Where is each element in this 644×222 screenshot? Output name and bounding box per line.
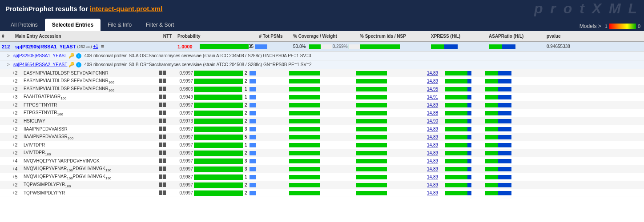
- peptide-xpress-val[interactable]: 14.91: [427, 95, 444, 99]
- peptide-spec-bar: [356, 79, 387, 83]
- models-button[interactable]: Models >: [580, 23, 601, 29]
- peptide-spec-bar: [356, 135, 387, 139]
- peptide-row: +2 FTPGSFTNYITR 0.9997 2 14.89: [0, 101, 644, 109]
- sub-protein-link-2[interactable]: sp|P46654|RSSA2_YEAST: [13, 62, 67, 67]
- peptide-psm-count: 3: [245, 159, 247, 163]
- peptide-spectrum-cell: [356, 95, 427, 99]
- peptide-charge: +2: [12, 182, 24, 187]
- peptide-spec-bar: [356, 151, 387, 155]
- peptide-name: TQPWSIMPDLYFYR: [24, 190, 153, 195]
- peptide-psm-cell: 2: [245, 71, 289, 75]
- peptide-xpress-val[interactable]: 14.89: [427, 127, 444, 131]
- ntt-icon: [159, 174, 166, 179]
- peptide-ntt: [153, 190, 173, 196]
- peptide-ntt: [153, 143, 173, 148]
- peptide-charge: +2: [12, 71, 24, 75]
- peptide-xpress-val[interactable]: 14.89: [427, 103, 444, 107]
- tab-filter-sort[interactable]: Filter & Sort: [139, 19, 181, 31]
- peptide-psm-cell: 2: [245, 119, 289, 123]
- peptide-xpress-bars: [445, 183, 471, 187]
- ntt-icon: [159, 127, 166, 131]
- peptide-asap-bars: [485, 71, 511, 75]
- peptide-charge: +2: [12, 119, 24, 123]
- peptide-asap-cell: [485, 71, 543, 75]
- peptide-xpress-bars: [445, 95, 471, 99]
- peptide-psm-bar: [250, 143, 256, 147]
- peptide-xpress-val[interactable]: 14.89: [427, 151, 444, 155]
- protein-accession-link[interactable]: sp|P32905|RSSA1_YEAST: [15, 44, 76, 49]
- peptide-psm-cell: 3: [245, 159, 289, 163]
- color-bar: [609, 24, 636, 29]
- peptide-coverage-cell: [289, 111, 356, 115]
- peptide-psm-count: 2: [245, 71, 247, 75]
- peptide-asap-bars: [485, 183, 511, 187]
- peptide-xpress-val[interactable]: 14.89: [427, 174, 444, 179]
- protein-row: 212 sp|P32905|RSSA1_YEAST (252 as) +1 ≡ …: [0, 42, 644, 52]
- peptide-ntt: [153, 127, 173, 132]
- peptide-prob-text: 0.9997: [173, 103, 194, 107]
- peptide-spectrum-cell: [356, 175, 427, 179]
- peptide-xpress-cell: 14.91: [427, 95, 485, 99]
- peptide-spec-bar: [356, 71, 387, 75]
- peptide-xpress-val[interactable]: 14.89: [427, 190, 444, 195]
- peptide-coverage-cell: [289, 87, 356, 91]
- peptide-coverage-cell: [289, 127, 356, 131]
- equiv-icon: ≡: [101, 43, 105, 50]
- peptide-xpress-val[interactable]: 14.89: [427, 143, 444, 147]
- plus-count-link[interactable]: +1: [93, 44, 98, 49]
- ntt-icon: [159, 87, 166, 91]
- peptide-prob-text: 0.9987: [173, 174, 194, 179]
- protein-coverage-text: 50.8%: [293, 44, 308, 49]
- peptide-prob-text: 0.9949: [173, 95, 194, 99]
- peptide-xpress-val[interactable]: 14.90: [427, 119, 444, 123]
- color-scale: 1 0: [605, 24, 640, 29]
- peptide-xpress-val[interactable]: 14.89: [427, 182, 444, 187]
- peptide-spectrum-cell: [356, 191, 427, 195]
- peptide-name: NVQVHQEPYVFNAR166PDGVHVINVGK136: [24, 174, 153, 180]
- ntt-icon: [159, 103, 166, 107]
- header-title-prefix: ProteinProphet results for: [5, 5, 90, 12]
- peptide-asap-cell: [485, 95, 543, 99]
- peptide-row: +4 NVQVHQEPYVFNAR166PDGVHVINVGK136 0.999…: [0, 165, 644, 173]
- peptide-xpress-val[interactable]: 14.89: [427, 135, 444, 139]
- peptide-ntt: [153, 159, 173, 164]
- tab-file-info[interactable]: File & Info: [101, 19, 139, 31]
- protein-asap-bars: [489, 44, 515, 49]
- as-count-label: (252 as): [77, 44, 92, 49]
- peptide-xpress-val[interactable]: 14.89: [427, 159, 444, 163]
- peptide-spec-bar: [356, 127, 387, 131]
- peptide-row: +2 LVIVTDPR166 0.9997 2 14.89: [0, 149, 644, 157]
- peptide-xpress-val[interactable]: 14.95: [427, 87, 444, 91]
- peptide-prob-bar: [194, 143, 243, 148]
- peptide-xpress-val[interactable]: 14.89: [427, 71, 444, 75]
- header-title-link[interactable]: interact-quant.prot.xml: [90, 5, 162, 12]
- peptide-row: +2 IIAAIPNPEDVVAISSR 0.9997 3 14.89: [0, 125, 644, 133]
- peptide-xpress-val[interactable]: 14.89: [427, 79, 444, 83]
- peptide-spectrum-cell: [356, 111, 427, 115]
- peptide-charge: +2: [12, 79, 24, 83]
- peptide-charge: +2: [12, 190, 24, 195]
- info-icon-2[interactable]: i: [76, 62, 81, 67]
- tab-all-proteins[interactable]: All Proteins: [4, 19, 45, 31]
- peptide-prob-bar: [194, 111, 243, 116]
- peptide-coverage-cell: [289, 167, 356, 171]
- scale-max-label: 1: [605, 24, 608, 29]
- header-title: ProteinProphet results for interact-quan…: [5, 5, 162, 12]
- peptide-xpress-val[interactable]: 14.88: [427, 111, 444, 115]
- peptide-asap-cell: [485, 183, 543, 187]
- peptide-prob-text: 0.9997: [173, 71, 194, 75]
- sub-protein-link-1[interactable]: sp|P32905|RSSA1_YEAST: [13, 53, 67, 58]
- peptide-xpress-cell: 14.95: [427, 87, 485, 91]
- col-header-spectrum: % Spectrum ids / NSP: [360, 34, 431, 39]
- peptide-xpress-cell: 14.89: [427, 79, 485, 83]
- peptide-psm-bar: [250, 111, 256, 115]
- info-icon-1[interactable]: i: [76, 53, 81, 59]
- entry-num-link[interactable]: 212: [2, 44, 10, 49]
- peptide-psm-cell: 2: [245, 79, 289, 83]
- ntt-icon: [159, 143, 166, 147]
- peptide-asap-bars: [485, 143, 511, 147]
- peptide-xpress-val[interactable]: 14.89: [427, 166, 444, 171]
- peptide-psm-bar: [250, 71, 256, 75]
- tab-selected-entries[interactable]: Selected Entries: [45, 19, 101, 31]
- peptide-charge: +5: [12, 174, 24, 179]
